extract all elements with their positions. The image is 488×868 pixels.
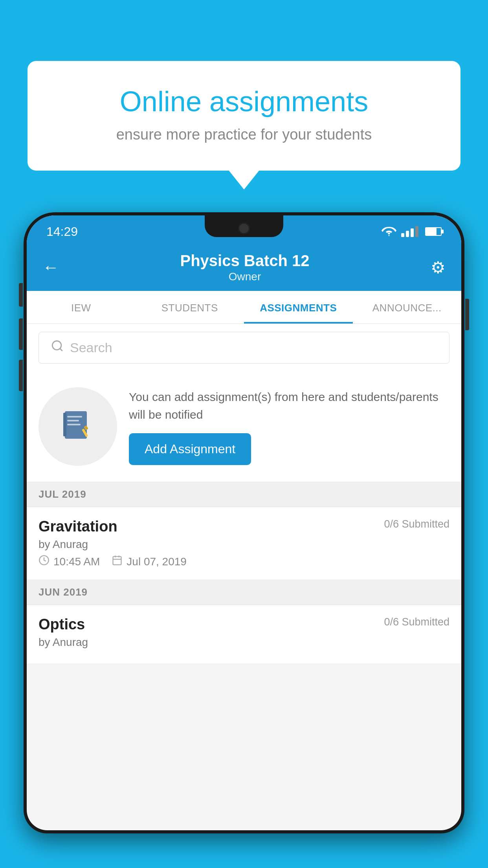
- tab-assignments[interactable]: ASSIGNMENTS: [244, 291, 353, 324]
- content-area: Search: [27, 324, 461, 664]
- svg-rect-3: [63, 413, 66, 436]
- assignment-icon-circle: [39, 387, 117, 466]
- tab-students[interactable]: STUDENTS: [136, 291, 244, 324]
- assignment-item-header: Gravitation 0/6 Submitted: [39, 518, 449, 535]
- phone-btn-left1: [19, 283, 23, 307]
- month-separator-jul: JUL 2019: [27, 482, 461, 507]
- month-label-jun: JUN 2019: [39, 586, 88, 598]
- phone-container: 14:29: [24, 212, 464, 868]
- calendar-icon: [112, 555, 123, 568]
- assignment-meta-gravitation: 10:45 AM Jul 07, 201: [39, 555, 449, 568]
- back-button[interactable]: ←: [42, 258, 59, 277]
- svg-point-0: [52, 341, 61, 350]
- assignment-item-gravitation[interactable]: Gravitation 0/6 Submitted by Anurag: [27, 507, 461, 580]
- search-placeholder[interactable]: Search: [70, 340, 112, 355]
- speech-bubble-title: Online assignments: [55, 85, 433, 118]
- settings-button[interactable]: ⚙: [431, 258, 446, 277]
- assignment-submitted-optics: 0/6 Submitted: [384, 616, 449, 628]
- header-title: Physics Batch 12: [180, 252, 309, 270]
- add-assignment-button[interactable]: Add Assignment: [129, 433, 251, 465]
- month-label-jul: JUL 2019: [39, 488, 86, 500]
- header-title-group: Physics Batch 12 Owner: [180, 252, 309, 283]
- phone-btn-left2: [19, 318, 23, 350]
- search-input-wrap[interactable]: Search: [39, 332, 449, 364]
- phone-btn-right: [465, 299, 469, 330]
- svg-rect-4: [67, 416, 82, 417]
- tab-overview[interactable]: IEW: [27, 291, 136, 324]
- assignment-date-gravitation: Jul 07, 2019: [112, 555, 187, 568]
- app-header: ← Physics Batch 12 Owner ⚙: [27, 244, 461, 291]
- assignment-submitted-gravitation: 0/6 Submitted: [384, 518, 449, 530]
- search-bar: Search: [27, 324, 461, 371]
- phone-outer: 14:29: [24, 212, 464, 833]
- date-text-gravitation: Jul 07, 2019: [127, 555, 187, 568]
- phone-camera: [238, 223, 250, 234]
- status-icons: [382, 226, 442, 237]
- tabs-bar: IEW STUDENTS ASSIGNMENTS ANNOUNCE...: [27, 291, 461, 324]
- phone-screen: 14:29: [27, 215, 461, 830]
- assignment-item-header-optics: Optics 0/6 Submitted: [39, 616, 449, 633]
- assignment-name-optics: Optics: [39, 616, 85, 633]
- assignment-item-optics[interactable]: Optics 0/6 Submitted by Anurag: [27, 605, 461, 664]
- battery-icon: [425, 227, 442, 236]
- assignment-author-optics: by Anurag: [39, 636, 449, 649]
- svg-rect-5: [67, 420, 79, 421]
- svg-rect-10: [113, 557, 121, 565]
- tab-announcements[interactable]: ANNOUNCE...: [353, 291, 462, 324]
- header-subtitle: Owner: [180, 270, 309, 283]
- assignment-name-gravitation: Gravitation: [39, 518, 117, 535]
- assignment-author-gravitation: by Anurag: [39, 538, 449, 551]
- svg-line-1: [60, 349, 62, 351]
- assignment-time-gravitation: 10:45 AM: [39, 555, 100, 568]
- signal-icon: [401, 226, 418, 237]
- status-time: 14:29: [46, 224, 78, 239]
- wifi-icon: [382, 226, 396, 237]
- clock-icon: [39, 555, 50, 568]
- notebook-icon: [60, 408, 95, 445]
- svg-rect-6: [67, 424, 81, 425]
- speech-bubble-container: Online assignments ensure more practice …: [28, 61, 460, 171]
- assignment-info-text: You can add assignment(s) from here and …: [129, 388, 449, 423]
- speech-bubble: Online assignments ensure more practice …: [28, 61, 460, 171]
- phone-btn-left3: [19, 360, 23, 391]
- assignment-info: You can add assignment(s) from here and …: [129, 388, 449, 465]
- search-icon: [51, 339, 64, 356]
- add-assignment-section: You can add assignment(s) from here and …: [27, 371, 461, 482]
- time-text-gravitation: 10:45 AM: [53, 555, 100, 568]
- phone-notch: [205, 215, 283, 237]
- month-separator-jun: JUN 2019: [27, 580, 461, 605]
- speech-bubble-subtitle: ensure more practice for your students: [55, 126, 433, 143]
